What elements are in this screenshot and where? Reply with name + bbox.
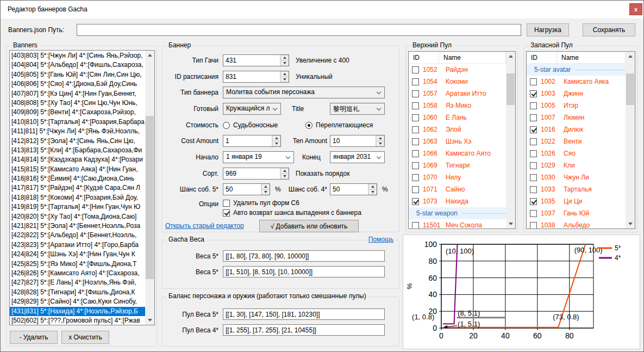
banner-list-item[interactable]: [404|804] 5*:[Альбедо] 4*:[Фишль,Сахароз… [10, 60, 145, 70]
chance4-value[interactable]: 50 [330, 184, 368, 195]
auto-return-checkbox[interactable] [223, 209, 230, 217]
banner-list-item[interactable]: [410|810] 5*:[Тарталья] 4*:[Розария,Барб… [10, 118, 145, 127]
banner-list-item[interactable]: [416|816] 5*:[Ёимия] 4*:[Саю,Диона,Синь [10, 174, 145, 183]
banner-list-item[interactable]: [426|826] 5*:[Камисато Аято] 4*:[Сахароз… [10, 269, 145, 278]
fate-radio-option[interactable]: Судьбоносные [223, 119, 278, 131]
cost-amount-value[interactable]: 1 [223, 135, 272, 146]
pool-row[interactable]: 1037Гань Юй [527, 207, 635, 219]
banner-list-item[interactable]: [408|808] 5*:[Ху Тао] 4*:[Син Цю,Чун Юнь… [10, 98, 145, 108]
id-column-header[interactable]: ID [409, 52, 439, 63]
name-column-header[interactable]: Name [439, 52, 506, 63]
gacha-type-spinner[interactable]: 431 [223, 54, 289, 66]
sort-value[interactable]: 969 [223, 168, 280, 179]
weights5-input[interactable] [223, 250, 385, 262]
pool-row-checkbox[interactable] [530, 138, 537, 145]
pool-row[interactable]: 1038Альбедо [527, 219, 635, 229]
pool-row-checkbox[interactable] [530, 210, 537, 217]
scrollbar-thumb[interactable] [146, 116, 154, 279]
pool-row[interactable]: 1022Венти [527, 135, 635, 147]
banner-list-item[interactable]: [421|821] 5*:[Эола] 4*:[Беннет,Ноэлль,Ро… [10, 221, 145, 231]
banner-list-item[interactable]: [431|831] 5*:[Нахида] 4*:[Ноэлль,Рэйзор,… [10, 307, 145, 316]
pool-row[interactable]: 1016Дилюк [527, 123, 635, 135]
banner-list-item[interactable]: [422|822] 5*:[Альбедо] 4*:[Беннет,Ноэлль… [10, 231, 145, 240]
banner-list-item[interactable]: [423|823] 5*:[Аратаки Итто] 4*:[Горо,Бар… [10, 240, 145, 250]
spinner-up-icon[interactable] [376, 135, 384, 141]
spinner-up-icon[interactable] [280, 168, 289, 174]
save-button[interactable]: Сохранять [583, 23, 635, 36]
pool-row-checkbox[interactable] [412, 174, 419, 181]
pool-row-checkbox[interactable] [412, 186, 419, 193]
pool-row-checkbox[interactable] [530, 102, 537, 109]
scrollbar-thumb[interactable] [626, 73, 634, 105]
banner-list-item[interactable]: [429|829] 5*:[Сайно] 4*:[Саю,Куки Синобу… [10, 297, 145, 306]
spinner-up-icon[interactable] [368, 184, 377, 189]
fallback-pool-listview[interactable]: ID Name 5-star avatar1002Камисато Аяка10… [526, 51, 635, 229]
pool-row-checkbox[interactable] [412, 102, 419, 109]
banner-list-item[interactable]: [428|828] 5*:[Тигнари] 4*:[Фишль,Диона,К [10, 288, 145, 297]
spinner-up-icon[interactable] [280, 55, 289, 60]
banner-list-item[interactable]: [413|813] 5*:[Кли] 4*:[Барбара,Сахароза,… [10, 146, 145, 155]
pool-row-checkbox[interactable] [530, 114, 537, 121]
banners-listbox[interactable]: [403|803] 5*:[Чжун Ли] 4*:[Синь Янь,Рэйз… [9, 50, 155, 325]
pool-row[interactable]: 1071Сайно [409, 183, 515, 195]
banner-list-item[interactable]: [425|825] 5*:[Яэ Мико] 4*:[Фишль,Диона,Т [10, 260, 145, 269]
pool-row[interactable]: 1054Кокоми [409, 76, 515, 88]
pool-row[interactable]: 1066Камисато Аято [409, 147, 515, 159]
banner-list-item[interactable]: [412|812] 5*:[Эола] 4*:[Синь Янь,Син Цю, [10, 137, 145, 146]
add-or-update-button[interactable]: √ Добавить или обновить [259, 220, 359, 232]
pool-row[interactable]: 1069Тигнари [409, 159, 515, 171]
pool-row-checkbox[interactable] [530, 174, 537, 181]
close-button[interactable]: x [629, 3, 642, 15]
pool-row-checkbox[interactable] [412, 66, 419, 73]
banner-list-item[interactable]: [427|827] 5*:[Е Лань] 4*:[Ноэлль,Янь Фэй… [10, 278, 145, 287]
pool-row-checkbox[interactable] [530, 90, 537, 97]
spinner-down-icon[interactable] [376, 141, 384, 146]
spinner-down-icon[interactable] [280, 60, 289, 66]
banner-list-item[interactable]: [415|815] 5*:[Камисато Аяка] 4*:[Нин Гуа… [10, 165, 145, 174]
pool-row[interactable]: 1060Е Лань [409, 112, 515, 123]
pool-row-checkbox[interactable] [412, 198, 419, 205]
banner-type-select[interactable]: Молитва события персонажа [223, 87, 385, 98]
intertwined-radio[interactable] [305, 122, 312, 129]
pool-row[interactable]: 1073Нахида [409, 195, 515, 207]
load-button[interactable]: Нагрузка [527, 23, 569, 36]
spinner-up-icon[interactable] [280, 71, 289, 77]
banner-list-item[interactable]: [406|806] 5*:[Сяо] 4*:[Диона,Бэй Доу,Син… [10, 79, 145, 89]
spinner-down-icon[interactable] [261, 189, 270, 195]
pool-row[interactable]: 1005Итэр [527, 100, 635, 112]
clear-banners-button[interactable]: x Очистить [61, 331, 109, 344]
pool-row-checkbox[interactable] [530, 198, 537, 205]
name-column-header[interactable]: Name [557, 52, 626, 63]
scrollbar-thumb[interactable] [507, 73, 515, 105]
schedule-id-spinner[interactable]: 831 [223, 71, 289, 83]
banner-list-item[interactable]: [420|820] 5*:[Ху Тао] 4*:[Тома,Диона,Саю… [10, 212, 145, 221]
pool-row-checkbox[interactable] [412, 138, 419, 145]
banner-list-item[interactable]: [502|602] 5*:[???,Громовой пульс] 4*:[Рж… [10, 316, 145, 325]
spinner-up-icon[interactable] [261, 184, 270, 189]
pool-row-checkbox[interactable] [530, 186, 537, 193]
pool-row[interactable]: 1063Шэнь Хэ [409, 135, 515, 147]
begin-date-picker[interactable]: 1 января 19 [223, 151, 294, 163]
banner-list-item[interactable]: [417|817] 5*:[Райдэн] 4*:[Кудзё Сара,Сян… [10, 183, 145, 193]
pool-row[interactable]: 1003Джинн [527, 88, 635, 100]
pool-row[interactable]: 1026Сяо [527, 147, 635, 159]
banner-list-item[interactable]: [403|803] 5*:[Чжун Ли] 4*:[Синь Янь,Рэйз… [10, 51, 145, 60]
pool-row[interactable]: 1062Элой [409, 123, 515, 135]
ten-amount-value[interactable]: 10 [330, 135, 376, 146]
pool-row[interactable]: 1052Райдэн [409, 64, 515, 76]
chance5-value[interactable]: 50 [223, 184, 261, 195]
banner-list-item[interactable]: [407|807] 5*:[Кэ Цин] 4*:[Нин Гуан,Бенне… [10, 89, 145, 98]
pool-row-checkbox[interactable] [412, 126, 419, 133]
weights4-input[interactable] [223, 266, 385, 277]
banner-list-item[interactable]: [424|824] 5*:[Шэнь Хэ] 4*:[Нин Гуан,Чун … [10, 250, 145, 259]
delete-banner-button[interactable]: - Удалить [10, 331, 58, 344]
pool-row[interactable]: 1033Тарталья [527, 183, 635, 195]
pool-row[interactable]: 1057Аратаки Итто [409, 88, 515, 100]
scroll-up-icon[interactable] [506, 52, 515, 61]
pool-row-checkbox[interactable] [530, 126, 537, 133]
spinner-down-icon[interactable] [280, 77, 289, 82]
ten-amount-spinner[interactable]: 10 [330, 135, 385, 147]
pool-row-checkbox[interactable] [412, 162, 419, 169]
banner-list-item[interactable]: [409|809] 5*:[Венти] 4*:[Сахароза,Рэйзор… [10, 108, 145, 117]
fate-radio[interactable] [223, 122, 230, 129]
